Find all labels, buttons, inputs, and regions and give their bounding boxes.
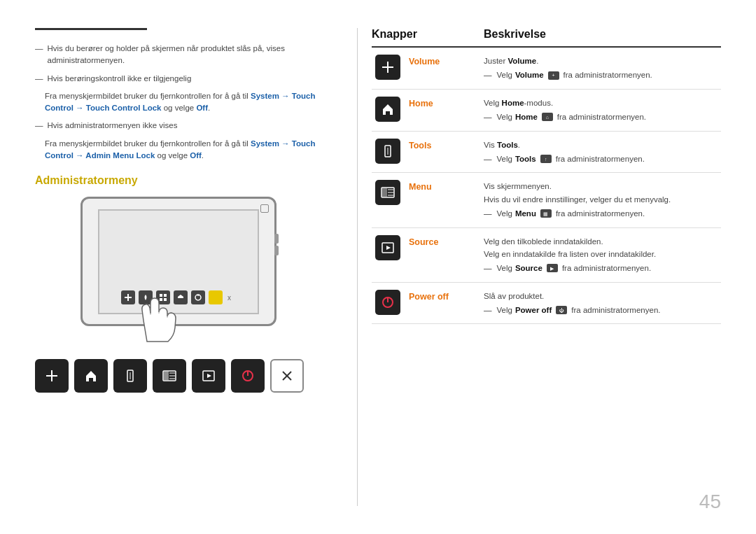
power-icon: [375, 290, 400, 315]
bullet-detail-3: Fra menyskjermbildet bruker du fjernkont…: [45, 138, 336, 162]
bar-btn-volume: [35, 359, 69, 393]
row-name-source: Source: [403, 235, 484, 247]
volume-icon: [375, 55, 400, 80]
tools-label: Tools: [409, 141, 431, 150]
table-row-tools: Tools Vis Tools. — Velg Tools ↑ fra admi…: [372, 132, 721, 174]
link-system-admin: System → Touch Control → Admin Menu Lock: [45, 139, 315, 160]
bar-btn-close: [270, 359, 304, 393]
row-name-home: Home: [403, 97, 484, 108]
source-desc-sub: — Velg Source ▶ fra administratormenyen.: [484, 262, 721, 274]
row-icon-col-home: [372, 97, 403, 122]
volume-bold-2: Volume: [515, 69, 544, 81]
volume-desc-line1: Juster Volume.: [484, 55, 721, 67]
menu-mini-icon: ▦: [540, 209, 552, 218]
tools-desc-sub: — Velg Tools ↑ fra administratormenyen.: [484, 153, 721, 165]
bullet-text-1: Hvis du berører og holder på skjermen nå…: [48, 43, 337, 67]
svg-rect-14: [51, 370, 52, 381]
tablet-side-buttons: [274, 234, 279, 255]
volume-sub-dash: —: [484, 69, 492, 81]
home-icon: [375, 97, 400, 122]
power-desc-line1: Slå av produktet.: [484, 290, 721, 302]
tools-bold-2: Tools: [515, 153, 536, 165]
source-desc-line1: Velg den tilkoblede inndatakilden.: [484, 235, 721, 248]
tools-desc-line1: Vis Tools.: [484, 139, 721, 151]
power-bold-2: Power off: [515, 304, 552, 316]
volume-mini-icon: +: [548, 71, 559, 80]
tools-sub-dash: —: [484, 153, 492, 165]
row-desc-home: Velg Home-modus. — Velg Home ⌂ fra admin…: [484, 97, 721, 124]
menu-desc-line1: Vis skjermmenyen.: [484, 180, 721, 192]
bullet-dash-1: —: [35, 43, 43, 55]
row-desc-volume: Juster Volume. — Velg Volume + fra admin…: [484, 55, 721, 82]
power-desc-sub: — Velg Power off ⏻ fra administratormeny…: [484, 304, 721, 316]
bar-btn-home: [74, 359, 108, 393]
row-desc-source: Velg den tilkoblede inndatakilden. Velg …: [484, 235, 721, 275]
row-desc-tools: Vis Tools. — Velg Tools ↑ fra administra…: [484, 139, 721, 166]
home-bold-1: Home: [502, 99, 524, 107]
bar-btn-power: [231, 359, 265, 393]
remote-icon-active: [209, 290, 223, 304]
menu-icon: [375, 180, 400, 205]
bar-btn-tools: [113, 359, 147, 393]
power-label: Power off: [409, 292, 449, 302]
volume-desc-sub: — Velg Volume + fra administratormenyen.: [484, 69, 721, 81]
menu-label: Menu: [409, 182, 432, 192]
bullet-item-3: — Hvis administratormenyen ikke vises: [35, 120, 336, 132]
home-desc-sub: — Velg Home ⌂ fra administratormenyen.: [484, 111, 721, 123]
tools-icon: [375, 139, 400, 164]
source-desc-line2: Velg en inndatakilde fra listen over inn…: [484, 248, 721, 260]
bullet-item-1: — Hvis du berører og holder på skjermen …: [35, 43, 336, 67]
row-name-tools: Tools: [403, 139, 484, 150]
hand-illustration: [108, 279, 192, 351]
svg-marker-23: [207, 374, 211, 378]
top-line-decoration: [35, 28, 147, 30]
side-btn-2: [274, 246, 279, 255]
bullet-text-2: Hvis berøringskontroll ikke er tilgjenge…: [48, 73, 337, 85]
table-row-home: Home Velg Home-modus. — Velg Home ⌂ fra …: [372, 90, 721, 132]
power-sub-dash: —: [484, 304, 492, 316]
right-column: Knapper Beskrivelse Volume Juster Volume…: [357, 28, 721, 506]
left-column: — Hvis du berører og holder på skjermen …: [35, 28, 357, 506]
menu-sub-dash: —: [484, 207, 492, 220]
side-btn-1: [274, 234, 279, 244]
link-system-touch: System → Touch Control → Touch Control L…: [45, 92, 315, 112]
volume-bold-1: Volume: [508, 57, 537, 65]
menu-desc-sub: — Velg Menu ▦ fra administratormenyen.: [484, 207, 721, 220]
source-label: Source: [409, 237, 438, 247]
row-desc-menu: Vis skjermmenyen. Hvis du vil endre inns…: [484, 180, 721, 220]
menu-desc-line2: Hvis du vil endre innstillinger, velger …: [484, 193, 721, 206]
bar-btn-menu: [153, 359, 186, 393]
row-icon-col-source: [372, 235, 403, 260]
table-row-source: Source Velg den tilkoblede inndatakilden…: [372, 228, 721, 283]
tools-mini-icon: ↑: [540, 155, 552, 163]
page-number: 45: [699, 491, 721, 513]
tablet-button: [260, 204, 269, 213]
table-row-menu: Menu Vis skjermmenyen. Hvis du vil endre…: [372, 173, 721, 227]
bullet-item-3-detail: Fra menyskjermbildet bruker du fjernkont…: [35, 138, 336, 162]
section-title-admin: Administratormeny: [35, 174, 336, 187]
power-mini-icon: ⏻: [556, 306, 567, 314]
source-bold-2: Source: [515, 262, 542, 274]
row-name-volume: Volume: [403, 55, 484, 66]
bullet-item-2-detail: Fra menyskjermbildet bruker du fjernkont…: [35, 90, 336, 115]
tools-bold-1: Tools: [497, 141, 518, 149]
home-label: Home: [409, 99, 433, 108]
home-desc-line1: Velg Home-modus.: [484, 97, 721, 109]
bar-btn-source: [192, 359, 225, 393]
source-sub-dash: —: [484, 262, 492, 274]
menu-bold-2: Menu: [515, 207, 536, 220]
svg-rect-18: [164, 372, 169, 380]
row-name-power: Power off: [403, 290, 484, 302]
svg-rect-33: [382, 188, 387, 197]
volume-label: Volume: [409, 57, 440, 66]
home-bold-2: Home: [515, 111, 538, 123]
row-icon-col-menu: [372, 180, 403, 205]
bullet-dash-2: —: [35, 73, 43, 85]
row-icon-col-tools: [372, 139, 403, 164]
col-buttons-header: Knapper: [372, 28, 484, 41]
svg-marker-38: [386, 246, 391, 250]
link-off-2: Off: [190, 151, 202, 160]
table-row-volume: Volume Juster Volume. — Velg Volume + fr…: [372, 48, 721, 90]
row-icon-col-power: [372, 290, 403, 315]
remote-icon-5: [191, 290, 205, 304]
